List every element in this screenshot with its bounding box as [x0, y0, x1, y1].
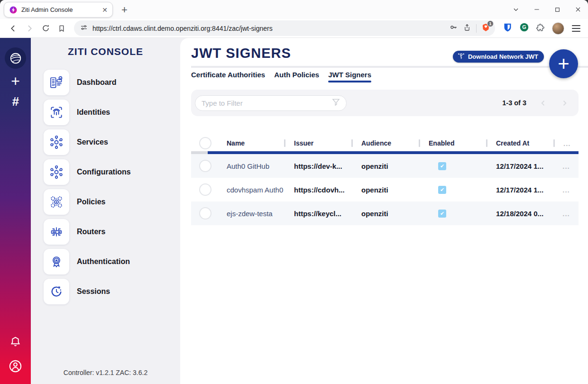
row-more-icon[interactable]: ...: [554, 210, 579, 218]
sidebar-item-services[interactable]: Services: [31, 127, 180, 157]
row-issuer: https://cdovh...: [285, 186, 352, 194]
tab-jwt-signers[interactable]: JWT Signers: [328, 71, 371, 82]
browser-tab[interactable]: Ziti Admin Console ✕: [4, 2, 113, 18]
svg-text:G: G: [522, 24, 526, 30]
row-name[interactable]: cdovhspam Auth0: [218, 186, 285, 194]
row-name[interactable]: ejs-zdew-testa: [218, 210, 285, 218]
bitwarden-icon[interactable]: [503, 22, 513, 34]
header-more-icon[interactable]: ...: [554, 135, 579, 151]
rail-profile-icon[interactable]: [8, 359, 23, 375]
tab-strip: Ziti Admin Console ✕ +: [0, 0, 588, 19]
menu-icon[interactable]: [571, 23, 581, 34]
table-body: Auth0 GitHub https://dev-k... openziti ✔…: [191, 154, 579, 225]
row-issuer: https://dev-k...: [285, 162, 352, 170]
browser-window: Ziti Admin Console ✕ + https://ctrl.cdaw…: [0, 0, 588, 384]
sidebar-item-identities[interactable]: Identities: [31, 97, 180, 127]
back-icon[interactable]: [7, 22, 20, 35]
sessions-icon: [44, 279, 69, 304]
pagination-label: 1-3 of 3: [502, 99, 526, 107]
rail-hash-icon[interactable]: #: [12, 95, 18, 108]
sidebar-item-sessions[interactable]: Sessions: [31, 276, 180, 306]
row-more-icon[interactable]: ...: [554, 162, 579, 170]
column-header-created-at[interactable]: Created At: [487, 135, 554, 151]
share-icon[interactable]: [463, 23, 471, 34]
site-settings-icon[interactable]: [80, 23, 88, 34]
row-name[interactable]: Auth0 GitHub: [218, 162, 285, 170]
ziti-favicon-icon: [9, 6, 18, 14]
row-checkbox[interactable]: [199, 207, 211, 219]
close-button[interactable]: [575, 6, 581, 13]
table-row[interactable]: Auth0 GitHub https://dev-k... openziti ✔…: [191, 154, 579, 178]
column-header-enabled[interactable]: Enabled: [419, 135, 487, 151]
bell-icon[interactable]: [9, 336, 22, 350]
profile-avatar[interactable]: [552, 22, 564, 35]
shield-badge: 1: [487, 20, 494, 27]
minimize-button[interactable]: [533, 6, 540, 13]
tab-auth-policies[interactable]: Auth Policies: [274, 71, 319, 82]
forward-icon[interactable]: [23, 22, 36, 35]
browser-toolbar: https://ctrl.cdaws.clint.demo.openziti.o…: [0, 19, 588, 38]
left-rail: + #: [0, 38, 31, 384]
table-row[interactable]: ejs-zdew-testa https://keycl... openziti…: [191, 201, 579, 225]
version-label: Controller: v1.2.1 ZAC: 3.6.2: [31, 369, 180, 376]
filter-bar: 1-3 of 3: [191, 90, 579, 116]
sidebar-item-authentication[interactable]: Authentication: [31, 247, 180, 276]
header-underline: [191, 151, 579, 154]
tab-close-icon[interactable]: ✕: [101, 6, 109, 14]
select-all-checkbox[interactable]: [199, 137, 211, 149]
column-header-audience[interactable]: Audience: [352, 135, 419, 151]
column-header-name[interactable]: Name: [218, 135, 285, 151]
configurations-icon: [44, 159, 69, 185]
row-audience: openziti: [352, 186, 419, 194]
rail-plus-icon[interactable]: +: [11, 73, 20, 89]
grammarly-icon[interactable]: G: [519, 22, 529, 34]
row-created-at: 12/18/2024 0...: [487, 210, 554, 218]
filter-input[interactable]: [202, 99, 331, 107]
tab-search-chevron-icon[interactable]: [513, 6, 519, 13]
download-network-jwt-button[interactable]: Download Network JWT: [453, 51, 544, 63]
services-icon: [44, 129, 69, 155]
routers-icon: [44, 219, 69, 245]
page-prev-icon[interactable]: [539, 99, 548, 108]
reload-icon[interactable]: [39, 22, 52, 35]
row-created-at: 12/17/2024 1...: [487, 186, 554, 194]
maximize-button[interactable]: [554, 7, 560, 13]
sidebar: ZITI CONSOLE Dashboard Identities Servic…: [31, 38, 180, 384]
bookmark-icon[interactable]: [55, 22, 68, 35]
table-row[interactable]: cdovhspam Auth0 https://cdovh... openzit…: [191, 178, 579, 201]
fingerprint-icon: [44, 100, 69, 125]
row-checkbox[interactable]: [199, 183, 211, 196]
new-tab-button[interactable]: +: [121, 5, 128, 15]
ziti-logo[interactable]: [5, 47, 26, 69]
row-checkbox[interactable]: [199, 160, 211, 172]
row-issuer: https://keycl...: [285, 210, 352, 218]
pagination: 1-3 of 3: [502, 99, 569, 108]
add-jwt-signer-button[interactable]: +: [549, 49, 578, 78]
sidebar-item-policies[interactable]: Policies: [31, 187, 180, 217]
tab-certificate-authorities[interactable]: Certificate Authorities: [191, 71, 265, 82]
enabled-checkbox[interactable]: ✔: [438, 210, 446, 218]
row-more-icon[interactable]: ...: [554, 186, 579, 194]
table-header: Name Issuer Audience Enabled Created At …: [191, 135, 579, 151]
jwt-key-icon: [457, 52, 465, 62]
password-key-icon[interactable]: [449, 23, 458, 34]
brave-shield-icon[interactable]: 1: [481, 23, 490, 34]
toolbar-separator: [476, 24, 477, 33]
sidebar-item-configurations[interactable]: Configurations: [31, 157, 180, 187]
enabled-checkbox[interactable]: ✔: [438, 186, 446, 194]
url-bar[interactable]: https://ctrl.cdaws.clint.demo.openziti.o…: [74, 20, 495, 36]
filter-input-wrap: [195, 95, 347, 111]
extensions-puzzle-icon[interactable]: [536, 23, 545, 34]
main-panel: JWT SIGNERS Download Network JWT + Certi…: [180, 38, 588, 384]
page-next-icon[interactable]: [560, 99, 569, 108]
jwt-signers-table: Name Issuer Audience Enabled Created At …: [191, 135, 579, 225]
authentication-icon: [44, 249, 69, 274]
sidebar-item-dashboard[interactable]: Dashboard: [31, 67, 180, 97]
column-header-issuer[interactable]: Issuer: [285, 135, 352, 151]
sidebar-item-routers[interactable]: Routers: [31, 217, 180, 247]
sidebar-nav: Dashboard Identities Services Configurat…: [31, 67, 180, 306]
enabled-checkbox[interactable]: ✔: [438, 162, 446, 170]
funnel-icon[interactable]: [331, 97, 341, 109]
url-text[interactable]: https://ctrl.cdaws.clint.demo.openziti.o…: [92, 25, 445, 32]
row-audience: openziti: [352, 162, 419, 170]
